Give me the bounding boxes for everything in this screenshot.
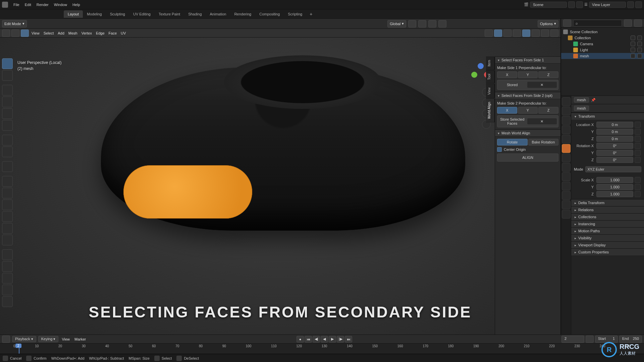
proptab-output[interactable] xyxy=(562,107,571,115)
tool-spin[interactable] xyxy=(2,249,13,260)
outliner-display-mode[interactable] xyxy=(563,19,571,27)
submenu-select[interactable]: Select xyxy=(42,31,55,35)
ws-tab-rendering[interactable]: Rendering xyxy=(230,10,255,18)
scale-y-field[interactable]: 1.000 xyxy=(596,184,633,190)
scene-delete-button[interactable] xyxy=(576,1,583,8)
props-panel-visibility[interactable]: Visibility xyxy=(571,234,644,241)
proptab-modifier[interactable] xyxy=(562,154,571,162)
timeline-menu-marker[interactable]: Marker xyxy=(73,337,87,341)
menu-window[interactable]: Window xyxy=(51,3,70,7)
npanel-tab-tool[interactable]: Tool xyxy=(486,70,495,83)
viewlayer-field[interactable]: View Layer xyxy=(589,2,626,8)
timeline-keying[interactable]: Keying ▾ xyxy=(38,336,59,342)
loc-z-field[interactable]: 0 m xyxy=(596,136,633,142)
menu-file[interactable]: File xyxy=(11,3,22,7)
s3-align-button[interactable]: ALIGN xyxy=(497,154,558,162)
jump-start[interactable]: ⏮ xyxy=(305,336,312,343)
props-panel-relations[interactable]: Relations xyxy=(571,206,644,213)
timeline-playback[interactable]: Playback ▾ xyxy=(12,336,36,342)
viewlayer-delete-button[interactable] xyxy=(635,1,642,8)
tool-extrude[interactable] xyxy=(2,176,13,187)
menu-help[interactable]: Help xyxy=(70,3,83,7)
timeline-cursor[interactable]: 2 xyxy=(19,344,19,354)
s1-axis-y[interactable]: Y xyxy=(518,71,538,78)
outliner-item-light[interactable]: Light xyxy=(561,47,644,53)
overlay-toggle[interactable] xyxy=(485,29,493,37)
lock-icon[interactable] xyxy=(635,143,641,149)
outliner-item-mesh[interactable]: mesh xyxy=(561,53,644,59)
s1-stored-button[interactable]: Stored ✕ xyxy=(497,80,558,90)
props-crumb-data[interactable]: mesh xyxy=(574,106,589,111)
viewlayer-new-button[interactable] xyxy=(627,1,634,8)
proptab-world[interactable] xyxy=(562,135,571,143)
gizmo-z-axis[interactable] xyxy=(478,63,484,69)
proptab-material[interactable] xyxy=(562,200,571,209)
outliner-new-collection[interactable] xyxy=(634,19,642,27)
tool-add-cube[interactable] xyxy=(2,161,13,172)
lock-icon[interactable] xyxy=(635,150,641,156)
mode-dropdown[interactable]: Edit Mode ▾ xyxy=(2,20,27,27)
scale-x-field[interactable]: 1.000 xyxy=(596,177,633,183)
submenu-face[interactable]: Face xyxy=(107,31,118,35)
ws-tab-sculpting[interactable]: Sculpting xyxy=(106,10,129,18)
shading-options[interactable] xyxy=(550,29,558,37)
proptab-scene[interactable] xyxy=(562,125,571,134)
rot-z-field[interactable]: 0° xyxy=(596,157,633,163)
eye-icon[interactable] xyxy=(631,36,635,40)
tool-select-box[interactable] xyxy=(2,58,13,69)
npanel-tab-world-align[interactable]: World Align xyxy=(486,98,495,122)
proptab-constraints[interactable] xyxy=(562,182,571,190)
tool-bevel[interactable] xyxy=(2,199,13,210)
autokey-toggle[interactable]: ● xyxy=(297,336,304,343)
proptab-physics[interactable] xyxy=(562,172,571,181)
tool-transform[interactable] xyxy=(2,120,13,131)
s1-axis-z[interactable]: Z xyxy=(538,71,558,78)
tool-cursor[interactable] xyxy=(2,70,13,81)
lock-icon[interactable] xyxy=(635,157,641,163)
app-logo[interactable] xyxy=(2,2,8,8)
ws-tab-shading[interactable]: Shading xyxy=(184,10,206,18)
close-icon[interactable]: ✕ xyxy=(527,82,557,88)
s3-bake-rotation[interactable]: Bake Rotation xyxy=(528,139,559,145)
loc-x-field[interactable]: 0 m xyxy=(596,122,633,128)
npanel-tab-view[interactable]: View xyxy=(486,84,495,99)
s1-axis-x[interactable]: X xyxy=(497,71,517,78)
timeline-menu-view[interactable]: View xyxy=(60,337,71,341)
scale-z-field[interactable]: 1.000 xyxy=(596,191,633,197)
tool-measure[interactable] xyxy=(2,146,13,157)
ws-tab-modeling[interactable]: Modeling xyxy=(83,10,106,18)
current-frame-field[interactable]: 2 xyxy=(561,336,584,343)
step-back[interactable]: ◀| xyxy=(313,336,320,343)
tool-move[interactable] xyxy=(2,85,13,96)
s2-axis-z[interactable]: Z xyxy=(538,107,558,114)
props-panel-motionpaths[interactable]: Motion Paths xyxy=(571,227,644,234)
ws-tab-layout[interactable]: Layout xyxy=(64,10,83,18)
menu-edit[interactable]: Edit xyxy=(22,3,34,7)
s3-center-origin[interactable]: Center Origin xyxy=(497,147,558,152)
eye-icon[interactable] xyxy=(631,54,635,58)
props-panel-delta[interactable]: Delta Transform xyxy=(571,199,644,206)
gizmo-y-axis[interactable] xyxy=(471,72,477,78)
scene-new-button[interactable] xyxy=(568,1,575,8)
ws-tab-compositing[interactable]: Compositing xyxy=(255,10,284,18)
lock-icon[interactable] xyxy=(635,177,641,183)
frame-start-field[interactable]: Start 1 xyxy=(595,336,618,343)
submenu-edge[interactable]: Edge xyxy=(95,31,106,35)
lock-icon[interactable] xyxy=(635,191,641,197)
s2-store-button[interactable]: Store Selected Faces ✕ xyxy=(497,115,558,127)
props-transform-header[interactable]: Transform xyxy=(571,113,644,120)
npanel-sec1-header[interactable]: Select Faces From Side 1 xyxy=(495,56,560,64)
select-mode-edge[interactable] xyxy=(11,29,19,37)
outliner-search[interactable]: ⌕ xyxy=(573,20,622,26)
overlay-options[interactable] xyxy=(494,29,502,37)
submenu-view[interactable]: View xyxy=(30,31,41,35)
snap-options[interactable] xyxy=(418,20,426,27)
ws-tab-scripting[interactable]: Scripting xyxy=(284,10,306,18)
props-crumb-object[interactable]: mesh xyxy=(574,97,589,103)
snap-toggle[interactable] xyxy=(408,20,416,27)
pin-icon[interactable]: 📌 xyxy=(591,98,596,102)
shading-solid[interactable] xyxy=(522,29,530,37)
jump-end[interactable]: ⏭ xyxy=(345,336,352,343)
tool-edge-slide[interactable] xyxy=(2,273,13,284)
outliner-filter[interactable] xyxy=(624,19,632,27)
